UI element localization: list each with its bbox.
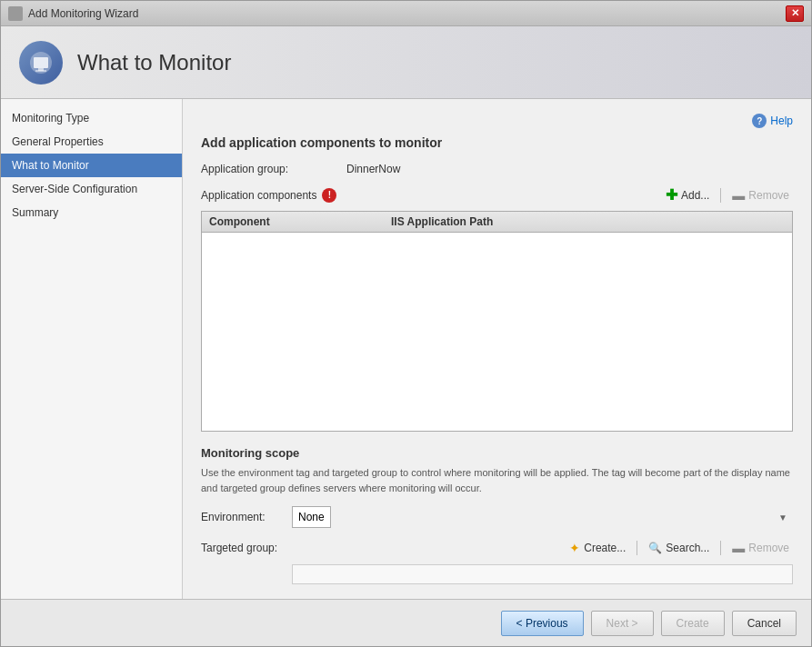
help-icon: ? bbox=[752, 114, 767, 128]
previous-button[interactable]: < Previous bbox=[501, 611, 584, 636]
remove-targeted-icon: ▬ bbox=[732, 541, 745, 555]
divider bbox=[720, 188, 721, 203]
scope-title: Monitoring scope bbox=[201, 446, 793, 460]
environment-label: Environment: bbox=[201, 511, 292, 523]
sidebar-item-monitoring-type[interactable]: Monitoring Type bbox=[1, 106, 182, 130]
monitoring-scope-section: Monitoring scope Use the environment tag… bbox=[201, 446, 793, 584]
toolbar-buttons: ✚ Add... ▬ Remove bbox=[662, 184, 793, 205]
targeted-group-field-row bbox=[201, 561, 793, 584]
add-plus-icon: ✚ bbox=[666, 186, 677, 204]
sidebar-item-summary[interactable]: Summary bbox=[1, 201, 182, 224]
next-button[interactable]: Next > bbox=[591, 611, 654, 636]
create-button[interactable]: ✦ Create... bbox=[566, 539, 629, 557]
header-icon bbox=[19, 41, 63, 85]
divider2 bbox=[637, 541, 637, 555]
bottom-bar: < Previous Next > Create Cancel bbox=[1, 599, 811, 646]
app-group-value: DinnerNow bbox=[346, 163, 400, 175]
search-button[interactable]: 🔍 Search... bbox=[645, 540, 713, 556]
sidebar-item-general-properties[interactable]: General Properties bbox=[1, 130, 182, 154]
environment-select-wrapper: None ▼ bbox=[292, 506, 793, 528]
sidebar-item-server-side-config[interactable]: Server-Side Configuration bbox=[1, 177, 182, 201]
create-star-icon: ✦ bbox=[569, 541, 580, 555]
create-wizard-button[interactable]: Create bbox=[661, 611, 725, 636]
sidebar-item-what-to-monitor[interactable]: What to Monitor bbox=[1, 154, 182, 177]
divider3 bbox=[720, 541, 721, 555]
col-iis-path: IIS Application Path bbox=[391, 215, 785, 228]
svg-rect-1 bbox=[34, 57, 48, 68]
components-label-text: Application components bbox=[201, 189, 316, 202]
svg-rect-3 bbox=[35, 70, 46, 72]
components-header: Application components ! ✚ Add... ▬ Remo… bbox=[201, 184, 793, 205]
targeted-group-row: Targeted group: ✦ Create... 🔍 Search... bbox=[201, 539, 793, 557]
table-header: Component IIS Application Path bbox=[202, 212, 792, 233]
help-row: ? Help bbox=[201, 114, 793, 128]
close-button[interactable]: ✕ bbox=[786, 5, 804, 22]
remove-icon: ▬ bbox=[732, 188, 745, 203]
app-group-row: Application group: DinnerNow bbox=[201, 163, 793, 175]
section-title: Add application components to monitor bbox=[201, 135, 793, 150]
help-link[interactable]: ? Help bbox=[752, 114, 793, 128]
sidebar: Monitoring Type General Properties What … bbox=[1, 99, 183, 599]
scope-description: Use the environment tag and targeted gro… bbox=[201, 465, 793, 495]
main-window: Add Monitoring Wizard ✕ What to Monitor … bbox=[0, 0, 812, 647]
col-component: Component bbox=[209, 215, 391, 228]
header-banner: What to Monitor bbox=[1, 26, 811, 99]
main-content: ? Help Add application components to mon… bbox=[183, 99, 811, 599]
header-title: What to Monitor bbox=[77, 50, 231, 75]
components-label: Application components ! bbox=[201, 188, 662, 203]
targeted-group-buttons: ✦ Create... 🔍 Search... ▬ Remove bbox=[292, 539, 793, 557]
targeted-group-label: Targeted group: bbox=[201, 542, 292, 554]
remove-targeted-button[interactable]: ▬ Remove bbox=[728, 539, 793, 557]
targeted-group-field bbox=[292, 564, 793, 584]
search-glass-icon: 🔍 bbox=[648, 542, 662, 554]
table-body bbox=[202, 233, 792, 378]
remove-button[interactable]: ▬ Remove bbox=[728, 186, 793, 204]
dropdown-arrow-icon: ▼ bbox=[778, 513, 787, 523]
search-label: Search... bbox=[666, 542, 709, 554]
environment-select[interactable]: None bbox=[292, 506, 331, 528]
components-table: Component IIS Application Path bbox=[201, 211, 793, 432]
help-label: Help bbox=[770, 114, 793, 127]
environment-row: Environment: None ▼ bbox=[201, 506, 793, 528]
title-bar: Add Monitoring Wizard ✕ bbox=[1, 1, 811, 26]
create-label: Create... bbox=[584, 542, 626, 554]
add-button[interactable]: ✚ Add... bbox=[662, 184, 713, 205]
window-title: Add Monitoring Wizard bbox=[28, 7, 786, 20]
cancel-button[interactable]: Cancel bbox=[732, 611, 797, 636]
remove-label: Remove bbox=[748, 189, 789, 202]
window-icon bbox=[8, 6, 23, 21]
content-area: Monitoring Type General Properties What … bbox=[1, 99, 811, 599]
error-icon: ! bbox=[322, 188, 336, 203]
remove-targeted-label: Remove bbox=[748, 542, 789, 554]
add-label: Add... bbox=[681, 189, 709, 202]
app-group-label: Application group: bbox=[201, 163, 346, 175]
